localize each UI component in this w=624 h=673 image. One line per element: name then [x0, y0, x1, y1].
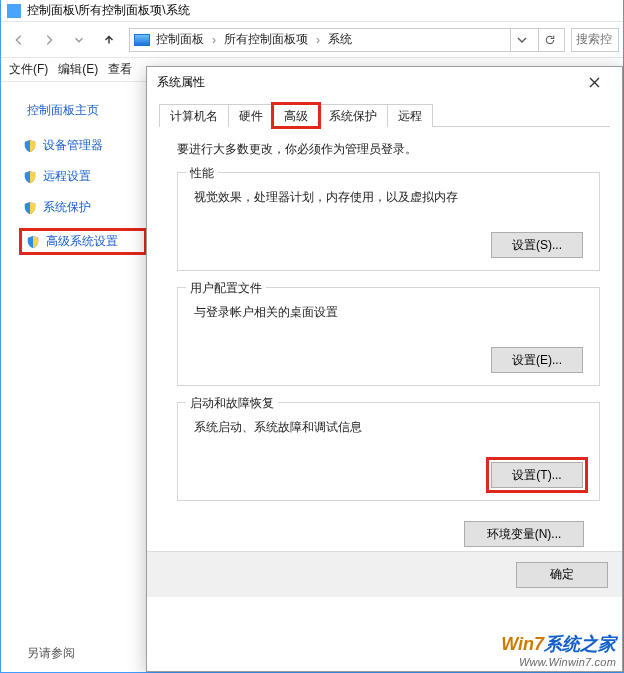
group-title: 用户配置文件: [186, 280, 266, 297]
chevron-right-icon[interactable]: ›: [314, 33, 322, 47]
breadcrumb-3[interactable]: 系统: [328, 31, 352, 48]
sidebar-item-advanced-settings[interactable]: 高级系统设置: [19, 228, 147, 255]
monitor-icon: [134, 34, 150, 46]
control-panel-icon: [7, 4, 21, 18]
shield-icon: [23, 170, 37, 184]
nav-toolbar: 控制面板 › 所有控制面板项 › 系统 搜索控: [1, 22, 623, 58]
shield-icon: [23, 201, 37, 215]
breadcrumb-1[interactable]: 控制面板: [156, 31, 204, 48]
tab-advanced[interactable]: 高级: [273, 104, 319, 127]
dialog-footer: 确定: [147, 551, 622, 597]
close-button[interactable]: [576, 71, 612, 93]
dialog-titlebar[interactable]: 系统属性: [147, 67, 622, 97]
watermark: Win7系统之家 Www.Winwin7.com: [501, 632, 616, 668]
sidebar-item-remote-settings[interactable]: 远程设置: [19, 166, 147, 187]
system-properties-dialog: 系统属性 计算机名 硬件 高级 系统保护 远程 要进行大多数更改，你必须作为管理…: [146, 66, 623, 672]
environment-variables-button[interactable]: 环境变量(N)...: [464, 521, 584, 547]
search-placeholder: 搜索控: [576, 31, 612, 48]
group-title: 性能: [186, 165, 218, 182]
sidebar-item-label: 设备管理器: [43, 137, 103, 154]
up-button[interactable]: [95, 27, 123, 53]
group-desc: 与登录帐户相关的桌面设置: [194, 304, 587, 321]
user-profile-settings-button[interactable]: 设置(E)...: [491, 347, 583, 373]
menu-view[interactable]: 查看: [108, 61, 132, 78]
watermark-url: Www.Winwin7.com: [501, 656, 616, 668]
watermark-brand-b: 系统之家: [544, 634, 616, 654]
menu-file[interactable]: 文件(F): [9, 61, 48, 78]
tab-strip: 计算机名 硬件 高级 系统保护 远程: [159, 103, 610, 127]
chevron-right-icon[interactable]: ›: [210, 33, 218, 47]
back-button[interactable]: [5, 27, 33, 53]
group-title: 启动和故障恢复: [186, 395, 278, 412]
watermark-brand-a: Win7: [501, 634, 544, 654]
tab-hardware[interactable]: 硬件: [228, 104, 274, 127]
sidebar-item-label: 高级系统设置: [46, 233, 118, 250]
shield-icon: [26, 235, 40, 249]
dialog-title: 系统属性: [157, 74, 205, 91]
ok-button[interactable]: 确定: [516, 562, 608, 588]
admin-hint: 要进行大多数更改，你必须作为管理员登录。: [177, 141, 600, 158]
tab-page-advanced: 要进行大多数更改，你必须作为管理员登录。 性能 视觉效果，处理器计划，内存使用，…: [159, 127, 610, 551]
breadcrumb-2[interactable]: 所有控制面板项: [224, 31, 308, 48]
sidebar: 控制面板主页 设备管理器 远程设置 系统保护 高级系统设置 另请参阅: [1, 84, 147, 672]
startup-recovery-settings-button[interactable]: 设置(T)...: [491, 462, 583, 488]
tab-computer-name[interactable]: 计算机名: [159, 104, 229, 127]
forward-button[interactable]: [35, 27, 63, 53]
shield-icon: [23, 139, 37, 153]
window-titlebar: 控制面板\所有控制面板项\系统: [1, 0, 623, 22]
control-panel-home-link[interactable]: 控制面板主页: [27, 102, 147, 119]
performance-settings-button[interactable]: 设置(S)...: [491, 232, 583, 258]
tab-system-protection[interactable]: 系统保护: [318, 104, 388, 127]
menu-edit[interactable]: 编辑(E): [58, 61, 98, 78]
recent-dropdown[interactable]: [65, 27, 93, 53]
search-input[interactable]: 搜索控: [571, 28, 619, 52]
sidebar-item-device-manager[interactable]: 设备管理器: [19, 135, 147, 156]
tab-remote[interactable]: 远程: [387, 104, 433, 127]
see-also-label: 另请参阅: [27, 645, 75, 662]
group-user-profiles: 用户配置文件 与登录帐户相关的桌面设置 设置(E)...: [177, 287, 600, 386]
close-icon: [589, 77, 600, 88]
group-desc: 系统启动、系统故障和调试信息: [194, 419, 587, 436]
group-performance: 性能 视觉效果，处理器计划，内存使用，以及虚拟内存 设置(S)...: [177, 172, 600, 271]
window-title: 控制面板\所有控制面板项\系统: [27, 2, 190, 19]
address-bar[interactable]: 控制面板 › 所有控制面板项 › 系统: [129, 28, 565, 52]
group-startup-recovery: 启动和故障恢复 系统启动、系统故障和调试信息 设置(T)...: [177, 402, 600, 501]
address-dropdown[interactable]: [510, 29, 532, 51]
refresh-button[interactable]: [538, 29, 560, 51]
group-desc: 视觉效果，处理器计划，内存使用，以及虚拟内存: [194, 189, 587, 206]
sidebar-item-label: 系统保护: [43, 199, 91, 216]
sidebar-item-system-protection[interactable]: 系统保护: [19, 197, 147, 218]
sidebar-item-label: 远程设置: [43, 168, 91, 185]
